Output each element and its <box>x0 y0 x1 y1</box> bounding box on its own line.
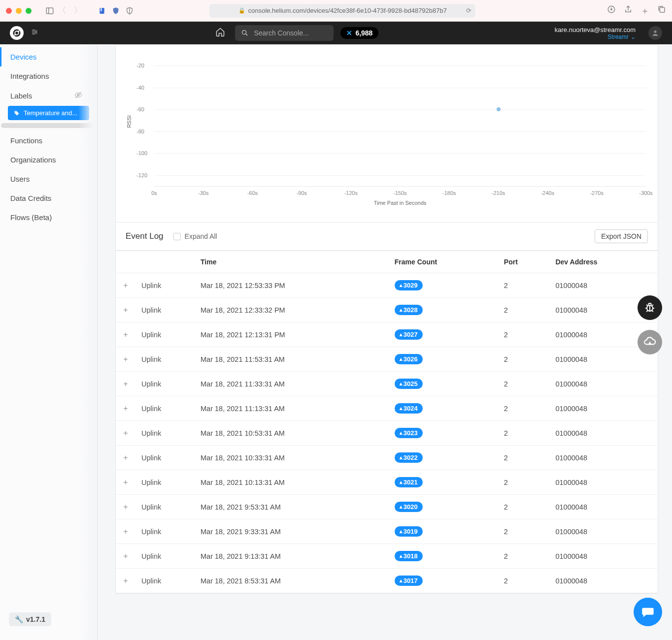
sidebar-item-devices[interactable]: Devices <box>0 47 97 66</box>
sidebar-item-integrations[interactable]: Integrations <box>0 66 97 86</box>
sidebar: DevicesIntegrationsLabelsTemperature and… <box>0 44 98 640</box>
expand-row-button[interactable]: + <box>116 372 135 396</box>
window-controls <box>6 8 32 14</box>
shield-icon[interactable] <box>111 6 120 15</box>
svg-line-14 <box>246 34 248 36</box>
dev-address: 01000048 <box>549 519 658 544</box>
event-type: Uplink <box>135 421 195 446</box>
event-time: Mar 18, 2021 12:13:31 PM <box>195 322 389 347</box>
x-tick: -180s <box>442 190 456 196</box>
dev-address: 01000048 <box>549 470 658 495</box>
dev-address: 01000048 <box>549 569 658 593</box>
table-row: +UplinkMar 18, 2021 11:33:31 AM302520100… <box>116 372 658 396</box>
cloud-download-button[interactable] <box>638 330 662 354</box>
frame-count: 3029 <box>389 273 498 298</box>
user-org: Streamr <box>607 33 629 40</box>
event-type: Uplink <box>135 446 195 470</box>
chat-button[interactable] <box>634 598 662 626</box>
sidebar-item-flows-beta-[interactable]: Flows (Beta) <box>0 208 97 227</box>
frame-count: 3018 <box>389 544 498 569</box>
column-header: Port <box>498 251 550 273</box>
horizontal-scrollbar[interactable] <box>1 123 96 128</box>
event-time: Mar 18, 2021 11:33:31 AM <box>195 372 389 396</box>
table-row: +UplinkMar 18, 2021 9:13:31 AM3018201000… <box>116 544 658 569</box>
nav-forward-icon[interactable]: 〉 <box>74 5 82 16</box>
dc-balance-pill[interactable]: ✕ 6,988 <box>340 27 378 39</box>
expand-row-button[interactable]: + <box>116 446 135 470</box>
download-icon[interactable] <box>607 5 616 17</box>
user-menu[interactable]: kare.nuorteva@streamr.com Streamr⌄ <box>555 26 636 40</box>
expand-row-button[interactable]: + <box>116 470 135 495</box>
browser-chrome: 〈 〉 🔒 console.helium.com/devices/42fce38… <box>0 0 672 22</box>
expand-row-button[interactable]: + <box>116 273 135 298</box>
tabs-icon[interactable] <box>657 5 666 17</box>
search-icon <box>241 29 249 37</box>
sidebar-item-data-credits[interactable]: Data Credits <box>0 189 97 208</box>
visibility-icon[interactable] <box>74 91 82 100</box>
table-row: +UplinkMar 18, 2021 8:53:31 AM3017201000… <box>116 569 658 593</box>
new-tab-icon[interactable]: ＋ <box>640 5 649 17</box>
expand-row-button[interactable]: + <box>116 396 135 421</box>
dev-address: 01000048 <box>549 421 658 446</box>
helium-logo-icon[interactable] <box>10 26 24 40</box>
frame-count: 3028 <box>389 298 498 322</box>
sidebar-toggle-icon[interactable] <box>45 6 54 15</box>
frame-count: 3024 <box>389 396 498 421</box>
y-tick: -20 <box>136 63 144 68</box>
expand-row-button[interactable]: + <box>116 519 135 544</box>
privacy-icon[interactable] <box>125 6 134 15</box>
maximize-window-icon[interactable] <box>26 8 32 14</box>
nav-back-icon[interactable]: 〈 <box>58 5 66 16</box>
lock-icon: 🔒 <box>238 7 245 14</box>
event-type: Uplink <box>135 298 195 322</box>
event-port: 2 <box>498 470 550 495</box>
search-input[interactable]: Search Console... <box>235 25 334 41</box>
sidebar-item-users[interactable]: Users <box>0 169 97 189</box>
expand-row-button[interactable]: + <box>116 347 135 372</box>
expand-row-button[interactable]: + <box>116 569 135 593</box>
export-json-button[interactable]: Export JSON <box>595 229 648 243</box>
avatar[interactable] <box>648 26 662 40</box>
event-time: Mar 18, 2021 11:53:31 AM <box>195 347 389 372</box>
expand-all-label: Expand All <box>185 232 217 240</box>
event-time: Mar 18, 2021 11:13:31 AM <box>195 396 389 421</box>
dev-address: 01000048 <box>549 495 658 519</box>
expand-row-button[interactable]: + <box>116 421 135 446</box>
table-row: +UplinkMar 18, 2021 12:53:33 PM302920100… <box>116 273 658 298</box>
menu-collapse-icon[interactable] <box>31 28 39 38</box>
url-text: console.helium.com/devices/42fce38f-6e10… <box>248 7 447 14</box>
app-header: Search Console... ✕ 6,988 kare.nuorteva@… <box>0 22 672 44</box>
event-type: Uplink <box>135 347 195 372</box>
dev-address: 01000048 <box>549 273 658 298</box>
expand-all-checkbox[interactable]: Expand All <box>173 232 217 240</box>
version-pill[interactable]: 🔧 v1.7.1 <box>9 612 51 626</box>
y-tick: -40 <box>136 85 144 91</box>
event-time: Mar 18, 2021 9:33:31 AM <box>195 519 389 544</box>
expand-row-button[interactable]: + <box>116 495 135 519</box>
minimize-window-icon[interactable] <box>16 8 22 14</box>
sidebar-item-organizations[interactable]: Organizations <box>0 150 97 169</box>
table-row: +UplinkMar 18, 2021 12:33:32 PM302820100… <box>116 298 658 322</box>
expand-row-button[interactable]: + <box>116 298 135 322</box>
reload-icon[interactable]: ⟳ <box>466 7 471 14</box>
sidebar-item-labels[interactable]: Labels <box>0 86 97 106</box>
share-icon[interactable] <box>624 5 633 17</box>
home-icon[interactable] <box>215 27 225 39</box>
tag-icon <box>14 110 20 116</box>
sidebar-item-functions[interactable]: Functions <box>0 131 97 150</box>
event-time: Mar 18, 2021 10:13:31 AM <box>195 470 389 495</box>
table-row: +UplinkMar 18, 2021 10:53:31 AM302320100… <box>116 421 658 446</box>
url-bar[interactable]: 🔒 console.helium.com/devices/42fce38f-6e… <box>209 4 475 18</box>
dc-icon: ✕ <box>346 29 352 37</box>
expand-row-button[interactable]: + <box>116 544 135 569</box>
expand-row-button[interactable]: + <box>116 322 135 347</box>
frame-count: 3023 <box>389 421 498 446</box>
label-pill[interactable]: Temperature and... <box>8 106 89 120</box>
bookmark-icon[interactable] <box>98 6 106 15</box>
frame-count: 3021 <box>389 470 498 495</box>
svg-point-8 <box>18 31 19 32</box>
bug-report-button[interactable] <box>638 295 662 320</box>
wrench-icon: 🔧 <box>15 615 23 623</box>
event-port: 2 <box>498 273 550 298</box>
close-window-icon[interactable] <box>6 8 12 14</box>
